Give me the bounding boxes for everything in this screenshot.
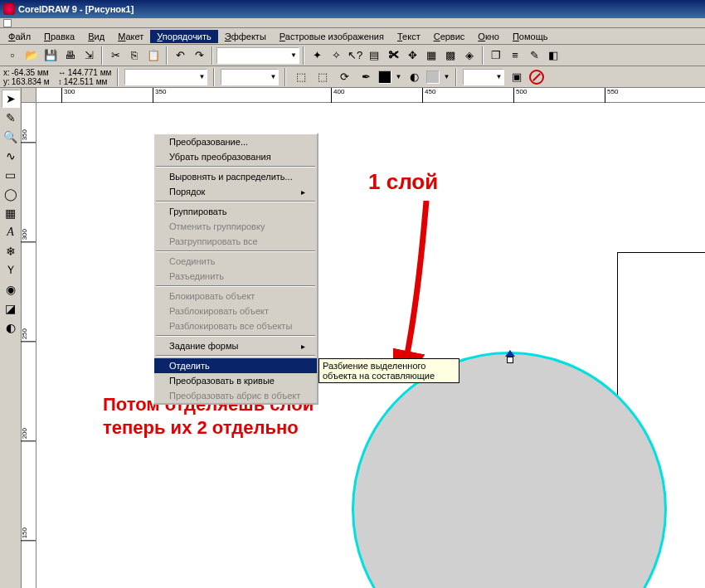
pick-tool-icon[interactable]: ➤ — [2, 90, 20, 108]
size-readout: ↔144.771 мм ↕142.511 мм — [58, 68, 112, 86]
separator — [166, 46, 168, 65]
redo-icon[interactable]: ↷ — [190, 46, 208, 65]
scissors-icon[interactable]: ✀ — [384, 46, 402, 65]
position-readout: x:-64.35 мм y:163.834 м — [3, 68, 55, 86]
app-logo-icon — [3, 3, 15, 15]
separator — [212, 46, 213, 65]
menu-item[interactable]: Порядок — [154, 184, 317, 199]
diamond-icon[interactable]: ◈ — [460, 46, 479, 65]
ellipse-tool-icon[interactable]: ◯ — [2, 185, 20, 203]
menu-текст[interactable]: Текст — [391, 30, 427, 43]
polygon-tool-icon[interactable]: ▦ — [2, 204, 20, 222]
menu-эффекты[interactable]: Эффекты — [218, 30, 273, 43]
vertical-ruler[interactable]: 350300250200150 — [22, 103, 36, 588]
group-a-icon[interactable]: ⬚ — [292, 68, 310, 86]
new-icon[interactable]: ▫ — [3, 46, 22, 65]
rectangle-tool-icon[interactable]: ▭ — [2, 166, 20, 184]
menu-сервис[interactable]: Сервис — [427, 30, 472, 43]
horizontal-ruler[interactable]: 300350400450500550 — [36, 88, 705, 103]
undo-icon[interactable]: ↶ — [171, 46, 189, 65]
annotation-arrow-icon — [393, 201, 484, 383]
ruler-tick: 400 — [331, 88, 344, 103]
menu-окно[interactable]: Окно — [471, 30, 506, 43]
menu-separator — [156, 335, 315, 337]
property-bar: x:-64.35 мм y:163.834 м ↔144.771 мм ↕142… — [0, 66, 705, 88]
menu-вид[interactable]: Вид — [81, 30, 111, 43]
menu-item: Блокировать объект — [154, 289, 317, 304]
menu-файл[interactable]: Файл — [2, 30, 37, 43]
interactive-fill-icon[interactable]: ◐ — [2, 318, 20, 337]
menu-item[interactable]: Убрать преобразования — [154, 149, 317, 164]
outline-tool-icon[interactable]: ◉ — [2, 280, 20, 299]
colors-icon[interactable]: ◧ — [544, 46, 562, 65]
snap-icon[interactable]: ▦ — [422, 46, 440, 65]
rotate-icon[interactable]: ⟳ — [335, 68, 353, 86]
group-b-icon[interactable]: ⬚ — [314, 68, 332, 86]
menu-упорядочить[interactable]: Упорядочить — [150, 30, 217, 43]
arrows-in-icon[interactable]: ✥ — [403, 46, 421, 65]
docstat-icon[interactable]: ▤ — [365, 46, 383, 65]
ruler-tick: 150 — [21, 526, 36, 541]
work-area: ➤ ✎ 🔍 ∿ ▭ ◯ ▦ A ❄ Ｙ ◉ ◪ ◐ 30035040045050… — [0, 88, 705, 588]
ruler-tick: 500 — [513, 88, 527, 103]
freehand-tool-icon[interactable]: ∿ — [2, 147, 20, 165]
save-icon[interactable]: 💾 — [41, 46, 60, 65]
vector-icon[interactable]: ✎ — [525, 46, 543, 65]
zoom-select[interactable]: ▼ — [216, 47, 299, 64]
sparkle-icon[interactable]: ✧ — [327, 46, 345, 65]
separator — [482, 46, 484, 65]
menu-item: Разъединить — [154, 269, 317, 284]
menu-item[interactable]: Преобразование... — [154, 134, 317, 149]
ruler-origin[interactable] — [22, 88, 36, 103]
separator — [303, 46, 304, 65]
document-icon[interactable] — [3, 19, 12, 27]
outline-pen-icon[interactable]: ✒ — [357, 68, 375, 86]
ruler-tick: 550 — [605, 88, 618, 103]
object-node-handle[interactable] — [505, 350, 515, 360]
separator — [117, 68, 119, 86]
menu-item[interactable]: Выровнять и распределить... — [154, 169, 317, 184]
shape-tool-icon[interactable]: ✎ — [2, 109, 20, 127]
grid-icon[interactable]: ▩ — [441, 46, 459, 65]
fill-dlg-icon[interactable]: ◐ — [405, 68, 423, 86]
paste-icon[interactable]: 📋 — [144, 46, 163, 65]
no-entry-icon[interactable] — [529, 70, 544, 85]
fill-tool-icon[interactable]: ◪ — [2, 299, 20, 318]
nudge-select[interactable]: ▼ — [221, 69, 279, 85]
menu-правка[interactable]: Правка — [37, 30, 81, 43]
import-icon[interactable]: ⇲ — [80, 46, 98, 65]
menu-item: Разблокировать объект — [154, 304, 317, 318]
menu-растровые изображения[interactable]: Растровые изображения — [273, 30, 391, 43]
line-select[interactable]: ▼ — [463, 69, 504, 85]
menu-макет[interactable]: Макет — [111, 30, 150, 43]
window-title: CorelDRAW 9 - [Рисунок1] — [18, 4, 134, 14]
units-select[interactable]: ▼ — [124, 69, 207, 85]
text-tool-icon[interactable]: A — [2, 223, 20, 241]
separator — [101, 46, 103, 65]
to-front-icon[interactable]: ▣ — [508, 68, 526, 86]
window-icon[interactable]: ❐ — [487, 46, 505, 65]
eyedropper-tool-icon[interactable]: Ｙ — [2, 261, 20, 279]
menu-item[interactable]: Группировать — [154, 204, 317, 219]
print-icon[interactable]: 🖶 — [61, 46, 79, 65]
outline-swatch[interactable] — [426, 70, 440, 84]
copy-icon[interactable]: ⎘ — [125, 46, 143, 65]
align-icon[interactable]: ≡ — [506, 46, 524, 65]
ruler-tick: 350 — [21, 128, 36, 143]
help-arrow-icon[interactable]: ↖? — [346, 46, 364, 65]
open-icon[interactable]: 📂 — [22, 46, 41, 65]
menu-помощь[interactable]: Помощь — [506, 30, 555, 43]
menu-item[interactable]: Преобразовать в кривые — [154, 373, 317, 388]
zoom-tool-icon[interactable]: 🔍 — [2, 128, 20, 146]
fill-swatch[interactable] — [378, 70, 391, 84]
menu-item[interactable]: Задание формы — [154, 338, 317, 353]
toolbox: ➤ ✎ 🔍 ∿ ▭ ◯ ▦ A ❄ Ｙ ◉ ◪ ◐ — [0, 88, 22, 588]
menu-item[interactable]: Отделить — [154, 358, 317, 373]
titlebar: CorelDRAW 9 - [Рисунок1] — [0, 0, 705, 18]
menu-separator — [156, 166, 315, 168]
cut-icon[interactable]: ✂ — [106, 46, 124, 65]
blend-tool-icon[interactable]: ❄ — [2, 242, 20, 260]
canvas[interactable]: 1 слой Потом отделяешь слои теперь их 2 … — [36, 103, 705, 588]
effects-icon[interactable]: ✦ — [308, 46, 326, 65]
mdi-strip — [0, 18, 705, 28]
